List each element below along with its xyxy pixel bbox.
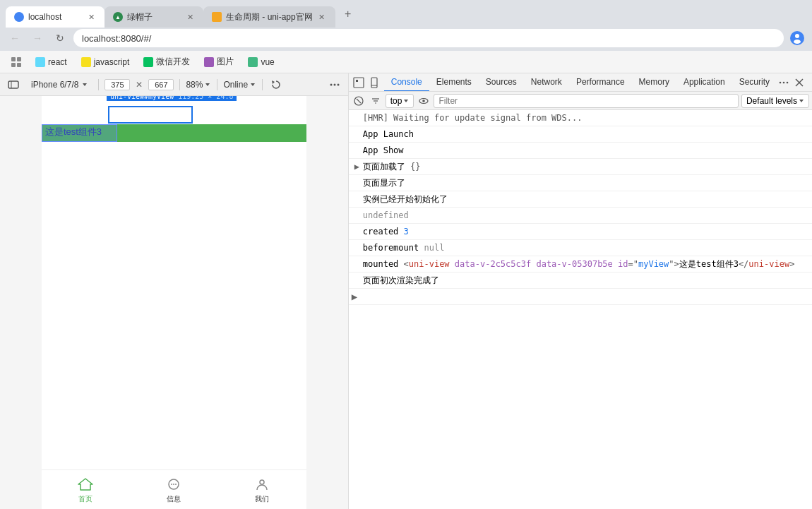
device-select[interactable]: iPhone 6/7/8 bbox=[27, 78, 92, 91]
tab-sources[interactable]: Sources bbox=[479, 73, 524, 92]
expand-more-button[interactable]: ▶ bbox=[352, 290, 357, 303]
main-area: iPhone 6/7/8 375 ✕ 667 88% Online bbox=[0, 73, 812, 509]
sep4 bbox=[262, 79, 263, 90]
bookmark-javascript[interactable]: javascript bbox=[76, 56, 136, 68]
devtools-actions bbox=[777, 76, 809, 90]
element-highlight-box: uni-view#myView 119.25 × 24.8 bbox=[108, 106, 193, 124]
svg-point-25 bbox=[783, 81, 785, 83]
svg-rect-5 bbox=[8, 81, 18, 88]
svg-point-36 bbox=[423, 100, 426, 102]
line-page-show-text: 页面显示了 bbox=[363, 176, 806, 189]
bookmark-wechat[interactable]: 微信开发 bbox=[138, 54, 196, 69]
online-select[interactable]: Online bbox=[223, 80, 256, 90]
tab-lifecycle[interactable]: 生命周期 - uni-app官网 ✕ bbox=[203, 6, 335, 28]
svg-point-18 bbox=[175, 484, 177, 485]
line-app-launch-text: App Launch bbox=[363, 128, 806, 140]
tab-sources-label: Sources bbox=[486, 77, 517, 87]
vue-icon bbox=[248, 57, 258, 67]
message-icon bbox=[165, 476, 182, 493]
levels-select[interactable]: Default levels bbox=[741, 94, 809, 108]
height-input[interactable]: 667 bbox=[148, 79, 174, 90]
nav-home[interactable]: 首页 bbox=[77, 476, 94, 504]
tab-close-lvmao[interactable]: ✕ bbox=[185, 12, 195, 22]
bookmark-vue-label: vue bbox=[261, 57, 274, 67]
svg-marker-34 bbox=[404, 100, 408, 102]
address-input[interactable]: localhost:8080/#/ bbox=[73, 29, 784, 47]
expand-placeholder4 bbox=[354, 176, 363, 189]
bookmark-image[interactable]: 图片 bbox=[198, 54, 239, 69]
context-select[interactable]: top bbox=[386, 94, 414, 108]
apps-icon bbox=[11, 57, 21, 67]
nav-message[interactable]: 信息 bbox=[165, 476, 182, 504]
svg-marker-37 bbox=[799, 100, 804, 102]
tab-network-label: Network bbox=[531, 77, 562, 87]
tab-performance-label: Performance bbox=[576, 77, 625, 87]
filter-input[interactable] bbox=[434, 94, 739, 108]
zoom-select[interactable]: 88% bbox=[186, 80, 211, 90]
expand-placeholder3 bbox=[354, 144, 363, 157]
tab-application[interactable]: Application bbox=[676, 73, 732, 92]
new-tab-button[interactable]: + bbox=[338, 4, 358, 24]
bookmark-apps[interactable] bbox=[6, 56, 27, 68]
bookmark-react[interactable]: react bbox=[30, 56, 73, 68]
console-line-expand[interactable]: ▶ bbox=[349, 289, 812, 305]
devtools-more-button[interactable] bbox=[777, 76, 791, 90]
wechat-icon bbox=[143, 57, 153, 67]
react-icon bbox=[35, 57, 45, 67]
console-filter-button[interactable] bbox=[369, 94, 383, 108]
rotate-button[interactable] bbox=[268, 77, 284, 92]
tab-elements-label: Elements bbox=[436, 77, 472, 87]
more-options-button[interactable] bbox=[327, 77, 342, 92]
svg-point-19 bbox=[260, 480, 264, 484]
width-input[interactable]: 375 bbox=[105, 79, 130, 90]
svg-rect-21 bbox=[356, 80, 358, 82]
back-button[interactable]: ← bbox=[6, 29, 24, 47]
tab-memory[interactable]: Memory bbox=[632, 73, 676, 92]
console-line-page-load[interactable]: ▶ 页面加载了 {} bbox=[349, 159, 812, 175]
dimension-height: 667 bbox=[148, 79, 174, 90]
console-line-created: created 3 bbox=[349, 224, 812, 240]
tab-security[interactable]: Security bbox=[732, 73, 777, 92]
expand-placeholder8 bbox=[354, 241, 363, 254]
tab-close-lifecycle[interactable]: ✕ bbox=[317, 12, 327, 22]
console-clear-button[interactable] bbox=[352, 94, 366, 108]
tab-security-label: Security bbox=[739, 77, 770, 87]
svg-rect-20 bbox=[354, 78, 364, 88]
mobile-panel: iPhone 6/7/8 375 ✕ 667 88% Online bbox=[0, 73, 348, 509]
console-line-undefined: undefined bbox=[349, 208, 812, 224]
expand-placeholder9 bbox=[354, 258, 363, 270]
highlight-element-size: 119.25 × 24.8 bbox=[178, 96, 233, 100]
devtools-close-button[interactable] bbox=[792, 76, 806, 90]
mine-icon bbox=[253, 476, 270, 493]
bookmark-vue[interactable]: vue bbox=[242, 56, 280, 68]
tab-lvmao[interactable]: ▲ 绿帽子 ✕ bbox=[105, 6, 203, 28]
test-component-highlight: 这是test组件3 bbox=[42, 124, 117, 142]
expand-arrow-page-load[interactable]: ▶ bbox=[354, 160, 363, 173]
sep1 bbox=[98, 79, 99, 90]
tab-network[interactable]: Network bbox=[524, 73, 569, 92]
console-eye-button[interactable] bbox=[417, 94, 431, 108]
device-toggle-button[interactable] bbox=[6, 77, 21, 92]
tab-elements[interactable]: Elements bbox=[429, 73, 479, 92]
tab-bar: localhost ✕ ▲ 绿帽子 ✕ 生命周期 - uni-app官网 ✕ + bbox=[0, 0, 812, 25]
line-page-load-text: 页面加载了 {} bbox=[363, 160, 806, 173]
sep3 bbox=[217, 79, 217, 90]
tab-console[interactable]: Console bbox=[384, 73, 429, 92]
tab-title-localhost: localhost bbox=[28, 12, 82, 22]
levels-value: Default levels bbox=[746, 96, 797, 106]
line-hmr-text: [HMR] Waiting for update signal from WDS… bbox=[363, 112, 806, 124]
javascript-icon bbox=[81, 57, 91, 67]
profile-icon[interactable] bbox=[788, 29, 806, 47]
devtools-inspect-button[interactable] bbox=[352, 76, 366, 90]
line-beforemount-text: beforemount null bbox=[363, 241, 806, 254]
tab-close-localhost[interactable]: ✕ bbox=[86, 12, 96, 22]
devtools-panel: Console Elements Sources Network Perform… bbox=[348, 73, 812, 509]
reload-button[interactable]: ↻ bbox=[51, 29, 69, 47]
tab-localhost[interactable]: localhost ✕ bbox=[6, 6, 105, 28]
tab-performance[interactable]: Performance bbox=[569, 73, 632, 92]
tab-title-lifecycle: 生命周期 - uni-app官网 bbox=[226, 11, 313, 23]
console-line-page-show: 页面显示了 bbox=[349, 175, 812, 191]
nav-mine[interactable]: 我们 bbox=[253, 476, 270, 504]
forward-button[interactable]: → bbox=[28, 29, 47, 47]
devtools-mobile-button[interactable] bbox=[367, 76, 381, 90]
